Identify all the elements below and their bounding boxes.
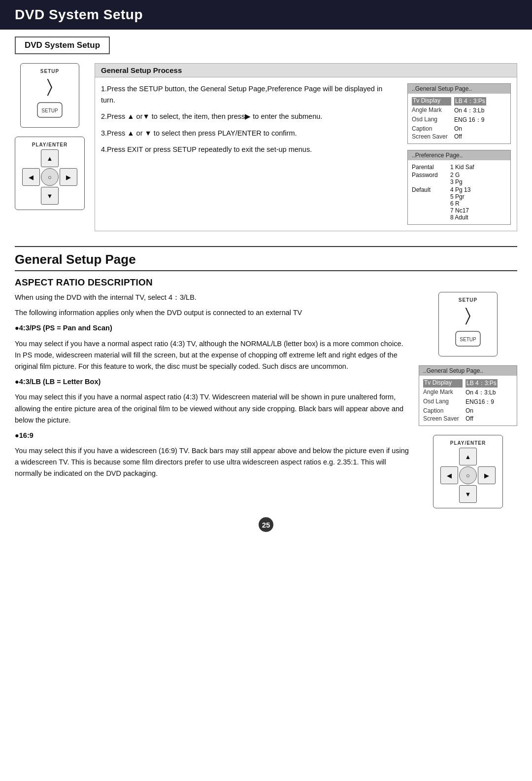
setup-button-illustration-2: SETUP — [453, 326, 483, 351]
hand-setup-icon-2: 〉 — [465, 305, 471, 325]
screen2-row-caption: Caption On — [423, 407, 513, 415]
svg-text:SETUP: SETUP — [41, 108, 58, 113]
step-1: 1.Press the SETUP button, the General Se… — [101, 83, 398, 106]
dpad-empty-1 — [22, 149, 40, 167]
playenter-label: PLAY/ENTER — [32, 142, 67, 147]
aspect-ratio-heading: ASPECT RATIO DESCRIPTION — [15, 277, 517, 288]
dpad-b-center[interactable]: ○ — [459, 466, 477, 484]
screen2-row-anglemark: Angle Mark On 4：3:Lb — [423, 388, 513, 397]
step-2: 2.Press ▲ or▼ to select, the item, then … — [101, 111, 398, 122]
bullet-1-symbol: ●4:3/PS (PS = Pan and Scan) — [15, 324, 112, 332]
dpad-diagram-bottom: PLAY/ENTER ▲ ◀ ○ ▶ ▼ — [433, 435, 503, 508]
screen2-row-osdlang: Osd Lang ENG16：9 — [423, 397, 513, 407]
preference-screen-body: Parental 1 Kid Saf Password 2 G — [408, 160, 510, 224]
screen2-row-screensaver: Screen Saver Off — [423, 415, 513, 423]
pref-row-default: Default 4 Pg 13 5 Pgr 6 R 7 Nc17 8 Adult — [412, 186, 506, 221]
dpad-up[interactable]: ▲ — [41, 149, 59, 167]
dpad-b-up[interactable]: ▲ — [459, 448, 477, 465]
screensaver-value: Off — [454, 133, 462, 140]
dpad-diagram-top: PLAY/ENTER ▲ ◀ ○ ▶ ▼ — [15, 137, 85, 210]
password-label: Password — [412, 172, 446, 185]
dpad-left[interactable]: ◀ — [22, 168, 40, 186]
svg-text:SETUP: SETUP — [460, 337, 476, 342]
password-values: 2 G 3 Pg — [450, 172, 463, 185]
bullet-1-text: You may select if you have a normal aspe… — [15, 338, 409, 373]
divider-2 — [15, 270, 517, 271]
page-number: 25 — [259, 517, 273, 532]
aspect-intro-2: The following information applies only w… — [15, 307, 409, 319]
default-values: 4 Pg 13 5 Pgr 6 R 7 Nc17 8 Adult — [450, 186, 470, 221]
screen-row-anglemark: Angle Mark On 4：3:Lb — [412, 106, 506, 115]
bullet-3-header: ●16:9 — [15, 430, 409, 441]
caption-value: On — [454, 125, 462, 132]
bullet-2-symbol: ●4:3/LB (LB = Letter Box) — [15, 378, 100, 386]
dpad-right[interactable]: ▶ — [60, 168, 77, 186]
tvdisplay-label: Tv Display — [412, 97, 451, 106]
step-4: 4.Press EXIT or press SETUP repeatedly t… — [101, 144, 398, 155]
bullet-1-header: ●4:3/PS (PS = Pan and Scan) — [15, 322, 409, 334]
screen2-tvdisplay-label: Tv Display — [423, 379, 463, 388]
bottom-right: SETUP 〉 SETUP ..General Setup Page.. Tv … — [419, 292, 517, 508]
tvdisplay-value: LB 4：3:Ps — [454, 97, 486, 106]
dpad-down[interactable]: ▼ — [41, 187, 59, 205]
dpad-b-empty-3 — [440, 485, 458, 503]
general-setup-screen: ..General Setup Page.. Tv Display LB 4：3… — [407, 83, 511, 144]
dpad-b-right[interactable]: ▶ — [478, 466, 496, 484]
bottom-text: When using the DVD with the internal TV,… — [15, 292, 409, 508]
screen2-osdlang-value: ENG16：9 — [466, 398, 494, 406]
screensaver-label: Screen Saver — [412, 133, 451, 140]
general-setup-screen-2-body: Tv Display LB 4：3:Ps Angle Mark On 4：3:L… — [419, 376, 517, 426]
general-setup-screen-title: ..General Setup Page.. — [408, 84, 510, 94]
setup-diagram-2: SETUP 〉 SETUP — [438, 292, 498, 356]
screen2-anglemark-value: On 4：3:Lb — [466, 389, 496, 397]
parental-label: Parental — [412, 164, 446, 171]
preference-screen: ..Preference Page.. Parental 1 Kid Saf P — [407, 150, 511, 225]
dpad-b-empty-2 — [478, 448, 496, 465]
dpad-empty-4 — [60, 187, 77, 205]
setup-label-2: SETUP — [459, 297, 477, 303]
general-setup-heading: General Setup Page — [15, 252, 517, 267]
dpad-b-down[interactable]: ▼ — [459, 485, 477, 503]
screen2-row-tvdisplay: Tv Display LB 4：3:Ps — [423, 379, 513, 388]
dpad-empty-3 — [22, 187, 40, 205]
screen-panels: ..General Setup Page.. Tv Display LB 4：3… — [407, 83, 511, 225]
setup-button-illustration: SETUP — [35, 98, 65, 122]
page-number-bar: 25 — [15, 517, 517, 532]
screen2-caption-value: On — [466, 407, 473, 414]
setup-label: SETUP — [40, 69, 59, 74]
screen-row-tvdisplay: Tv Display LB 4：3:Ps — [412, 97, 506, 106]
screen-row-screensaver: Screen Saver Off — [412, 133, 506, 141]
anglemark-value: On 4：3:Lb — [454, 106, 484, 115]
preference-screen-title: ..Preference Page.. — [408, 150, 510, 160]
process-body: 1.Press the SETUP button, the General Se… — [95, 77, 517, 231]
left-diagrams: SETUP 〉 SETUP PLAY/ENTER ▲ ◀ ○ ▶ — [15, 63, 85, 237]
dpad-top: ▲ ◀ ○ ▶ ▼ — [22, 149, 77, 205]
parental-values: 1 Kid Saf — [450, 164, 474, 171]
osdlang-value: ENG 16：9 — [454, 116, 484, 124]
step-3: 3.Press ▲ or ▼ to select then press PLAY… — [101, 128, 398, 139]
right-content: General Setup Process 1.Press the SETUP … — [95, 63, 517, 237]
screen2-osdlang-label: Osd Lang — [423, 398, 463, 406]
bullet-3-text: You may select this if you have a widesc… — [15, 445, 409, 480]
screen2-screensaver-label: Screen Saver — [423, 415, 463, 422]
dpad-b-left[interactable]: ◀ — [440, 466, 458, 484]
screen2-caption-label: Caption — [423, 407, 463, 414]
bullet-3-symbol: ●16:9 — [15, 431, 33, 439]
aspect-intro-1: When using the DVD with the internal TV,… — [15, 292, 409, 303]
section-header: DVD System Setup — [15, 36, 110, 54]
anglemark-label: Angle Mark — [412, 106, 451, 115]
divider-1 — [15, 246, 517, 247]
page-title: DVD System Setup — [0, 0, 532, 30]
dpad-empty-2 — [60, 149, 77, 167]
process-box: General Setup Process 1.Press the SETUP … — [95, 63, 517, 231]
playenter-label-2: PLAY/ENTER — [450, 440, 486, 446]
process-text: 1.Press the SETUP button, the General Se… — [101, 83, 398, 225]
default-label: Default — [412, 186, 446, 221]
osdlang-label: Osd Lang — [412, 116, 451, 124]
general-setup-screen-2: ..General Setup Page.. Tv Display LB 4：3… — [419, 365, 517, 426]
process-box-title: General Setup Process — [95, 64, 517, 77]
screen2-anglemark-label: Angle Mark — [423, 389, 463, 397]
pref-row-password: Password 2 G 3 Pg — [412, 171, 506, 186]
setup-diagram: SETUP 〉 SETUP — [20, 63, 79, 128]
dpad-center[interactable]: ○ — [41, 168, 59, 186]
